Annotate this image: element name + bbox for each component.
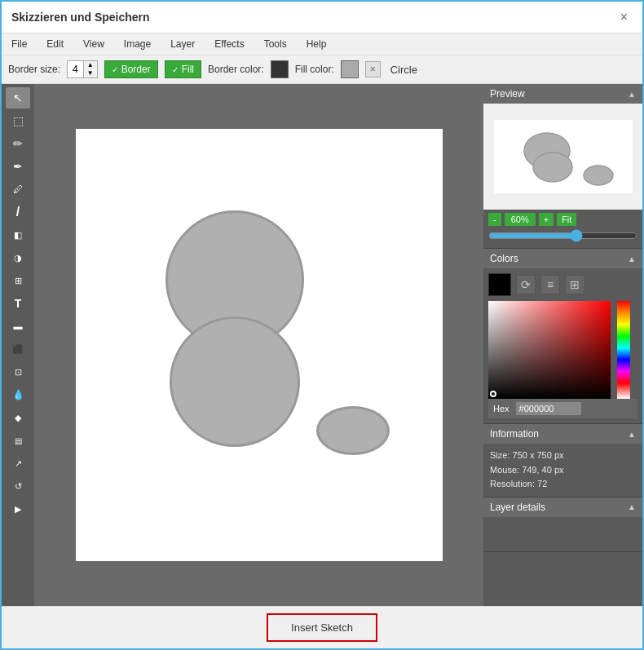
hex-input[interactable] [516, 402, 581, 415]
border-size-up-button[interactable]: ▲ [84, 61, 97, 69]
border-size-control[interactable]: 4 ▲ ▼ [67, 60, 98, 78]
border-check-icon: ✓ [112, 65, 118, 74]
preview-header: Preview ▲ [483, 84, 642, 104]
menu-layer[interactable]: Layer [167, 37, 198, 51]
zoom-value-display: 60% [505, 213, 536, 226]
menu-help[interactable]: Help [303, 37, 330, 51]
preview-area [483, 104, 642, 210]
preview-medium-circle [533, 153, 572, 182]
border-color-swatch[interactable] [271, 60, 289, 78]
rect-tool-button[interactable]: ▬ [6, 316, 30, 337]
border-size-down-button[interactable]: ▼ [84, 69, 97, 77]
color-wheel-button[interactable]: ⟳ [516, 275, 536, 294]
small-ellipse[interactable] [316, 406, 390, 455]
line-tool-button[interactable]: / [6, 201, 30, 223]
main-area: ↖ ⬚ ✏ ✒ 🖊 / ◧ ◑ ⊞ T ▬ ⬛ ⊡ 💧 ◆ ▤ ↗ ↺ ▶ [2, 84, 642, 606]
fill-label: Fill [182, 64, 194, 75]
information-header: Information ▲ [483, 424, 642, 444]
menu-file[interactable]: File [8, 37, 30, 51]
color-bars-button[interactable]: ≡ [540, 275, 560, 294]
zoom-plus-button[interactable]: + [539, 213, 554, 226]
right-panel: Preview ▲ - 60% + [483, 84, 642, 606]
information-section: Information ▲ Size: 750 x 750 px Mouse: … [483, 424, 642, 497]
dropper-tool-button[interactable]: 💧 [6, 384, 30, 405]
border-toggle-button[interactable]: ✓ Border [104, 60, 158, 78]
info-resolution: Resolution: 72 [490, 477, 636, 492]
text-tool-button[interactable]: T [6, 293, 30, 314]
information-collapse-icon[interactable]: ▲ [628, 430, 636, 439]
brush-tool-button[interactable]: ✏ [6, 133, 30, 154]
rect-select-tool-button[interactable]: ⬚ [6, 110, 30, 131]
color-tools: ⟳ ≡ ⊞ [488, 273, 637, 296]
zoom-minus-button[interactable]: - [488, 213, 501, 226]
bottom-bar: Insert Sketch [2, 606, 642, 648]
current-color-swatch[interactable] [488, 273, 511, 296]
border-label: Border [121, 64, 151, 75]
preview-collapse-icon[interactable]: ▲ [628, 90, 636, 99]
hex-label: Hex [493, 404, 509, 413]
canvas[interactable] [76, 129, 443, 561]
color-grid-button[interactable]: ⊞ [565, 275, 584, 294]
preview-svg [494, 120, 633, 193]
preview-section: Preview ▲ - 60% + [483, 84, 642, 249]
rotate-tool-button[interactable]: ↺ [6, 475, 30, 497]
main-window: Skizzieren und Speichern × File Edit Vie… [0, 0, 644, 650]
menu-bar: File Edit View Image Layer Effects Tools… [2, 33, 642, 55]
title-bar: Skizzieren und Speichern × [2, 2, 642, 33]
layer-area [483, 517, 642, 551]
window-close-button[interactable]: × [615, 8, 633, 26]
info-mouse: Mouse: 749, 40 px [490, 463, 636, 478]
play-tool-button[interactable]: ▶ [6, 498, 30, 520]
colors-area: ⟳ ≡ ⊞ [483, 268, 642, 423]
fill-color-label: Fill color: [295, 64, 334, 75]
color-gradient-picker[interactable] [488, 301, 611, 399]
medium-circle[interactable] [170, 316, 300, 447]
menu-image[interactable]: Image [121, 37, 154, 51]
shape-label: Circle [390, 64, 417, 76]
zoom-slider[interactable] [488, 229, 637, 242]
preview-title: Preview [490, 88, 525, 99]
colors-section: Colors ▲ ⟳ ≡ ⊞ [483, 249, 642, 424]
colors-collapse-icon[interactable]: ▲ [628, 254, 636, 263]
pencil-tool-button[interactable]: ✒ [6, 156, 30, 177]
paint-bucket-tool-button[interactable]: ◧ [6, 224, 30, 245]
zoom-fit-button[interactable]: Fit [557, 213, 576, 226]
gradient-fill-tool-button[interactable]: ◑ [6, 247, 30, 268]
layer-details-header: Layer details ▲ [483, 497, 642, 517]
transform-tool-button[interactable]: ↗ [6, 453, 30, 474]
fill-color-swatch[interactable] [341, 60, 359, 78]
menu-view[interactable]: View [80, 37, 108, 51]
canvas-area[interactable] [34, 84, 483, 606]
diamond-tool-button[interactable]: ◆ [6, 407, 30, 428]
zoom-controls: - 60% + Fit [483, 210, 642, 229]
information-title: Information [490, 428, 539, 440]
zoom-slider-track [483, 229, 642, 248]
color-spectrum-bar[interactable] [617, 301, 630, 399]
menu-effects[interactable]: Effects [211, 37, 247, 51]
tools-panel: ↖ ⬚ ✏ ✒ 🖊 / ◧ ◑ ⊞ T ▬ ⬛ ⊡ 💧 ◆ ▤ ↗ ↺ ▶ [2, 84, 34, 606]
stamp-tool-button[interactable]: ⬛ [6, 338, 30, 360]
crop-tool-button[interactable]: ⊡ [6, 361, 30, 382]
fill-toggle-button[interactable]: ✓ Fill [165, 60, 201, 78]
pen-tool-button[interactable]: 🖊 [6, 179, 30, 200]
shape-close-button[interactable]: × [365, 61, 381, 77]
image-tool-button[interactable]: ⊞ [6, 270, 30, 291]
eraser-tool-button[interactable]: ▤ [6, 430, 30, 451]
border-color-label: Border color: [208, 64, 264, 75]
fill-check-icon: ✓ [172, 65, 179, 74]
menu-edit[interactable]: Edit [43, 37, 67, 51]
layer-details-section: Layer details ▲ [483, 497, 642, 552]
info-area: Size: 750 x 750 px Mouse: 749, 40 px Res… [483, 444, 642, 497]
border-size-value: 4 [68, 61, 83, 77]
colors-header: Colors ▲ [483, 249, 642, 268]
colors-title: Colors [490, 253, 518, 264]
select-tool-button[interactable]: ↖ [6, 87, 30, 108]
toolbar: Border size: 4 ▲ ▼ ✓ Border ✓ Fill Borde… [2, 55, 642, 84]
insert-sketch-button[interactable]: Insert Sketch [267, 613, 377, 642]
window-title: Skizzieren und Speichern [11, 11, 150, 24]
menu-tools[interactable]: Tools [261, 37, 290, 51]
layer-content [490, 522, 636, 546]
color-picker-row [488, 301, 637, 399]
layer-details-collapse-icon[interactable]: ▲ [628, 502, 636, 511]
preview-canvas [494, 120, 633, 193]
